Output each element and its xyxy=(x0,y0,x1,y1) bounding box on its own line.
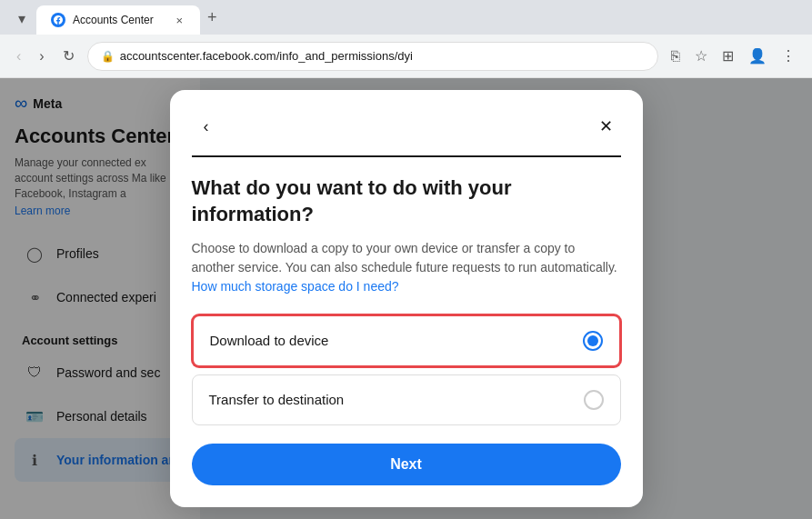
url-text: accountscenter.facebook.com/info_and_per… xyxy=(120,49,645,63)
forward-button[interactable]: › xyxy=(34,45,49,68)
download-option-radio xyxy=(583,331,603,351)
profile-button[interactable]: 👤 xyxy=(743,44,772,68)
modal-close-button[interactable]: ✕ xyxy=(592,112,621,141)
transfer-to-destination-option[interactable]: Transfer to destination xyxy=(192,374,621,425)
favicon xyxy=(51,13,65,27)
download-option-label: Download to device xyxy=(210,333,329,348)
tab-close-button[interactable]: × xyxy=(173,13,185,28)
tab-controls: ▾ xyxy=(7,3,36,35)
tab-dropdown-icon: ▾ xyxy=(18,11,25,26)
modal-divider xyxy=(192,155,621,157)
tab-bar: ▾ Accounts Center × + xyxy=(0,0,812,35)
transfer-option-radio xyxy=(584,390,604,410)
modal-back-button[interactable]: ‹ xyxy=(192,112,221,141)
modal-header: ‹ ✕ xyxy=(192,112,621,141)
extensions-button[interactable]: ⊞ xyxy=(717,44,739,68)
menu-button[interactable]: ⋮ xyxy=(776,44,801,68)
new-tab-button[interactable]: + xyxy=(200,5,225,31)
screen-cast-button[interactable]: ⎘ xyxy=(666,45,686,68)
modal-title: What do you want to do with your informa… xyxy=(192,175,621,227)
refresh-button[interactable]: ↻ xyxy=(57,44,80,68)
modal-desc-text: Choose to download a copy to your own de… xyxy=(192,241,617,274)
modal-dialog: ‹ ✕ What do you want to do with your inf… xyxy=(170,90,643,506)
browser-window: ▾ Accounts Center × + ‹ › ↻ 🔒 accountsce… xyxy=(0,0,812,519)
back-button[interactable]: ‹ xyxy=(11,45,26,68)
lock-icon: 🔒 xyxy=(101,50,115,63)
bookmark-button[interactable]: ☆ xyxy=(689,44,713,68)
page-content: ∞ Meta Accounts Center Manage your conne… xyxy=(0,78,812,519)
toolbar-icons: ⎘ ☆ ⊞ 👤 ⋮ xyxy=(666,44,801,68)
address-bar: ‹ › ↻ 🔒 accountscenter.facebook.com/info… xyxy=(0,35,812,78)
tab-title: Accounts Center xyxy=(73,14,165,26)
modal-description: Choose to download a copy to your own de… xyxy=(192,239,621,296)
modal-overlay: ‹ ✕ What do you want to do with your inf… xyxy=(0,78,812,519)
tab-dropdown-button[interactable]: ▾ xyxy=(15,8,29,29)
url-bar[interactable]: 🔒 accountscenter.facebook.com/info_and_p… xyxy=(87,42,658,71)
transfer-option-label: Transfer to destination xyxy=(209,392,345,407)
storage-link[interactable]: How much storage space do I need? xyxy=(192,279,399,294)
download-to-device-option[interactable]: Download to device xyxy=(192,314,621,367)
active-tab[interactable]: Accounts Center × xyxy=(36,5,200,35)
next-button[interactable]: Next xyxy=(192,444,621,485)
